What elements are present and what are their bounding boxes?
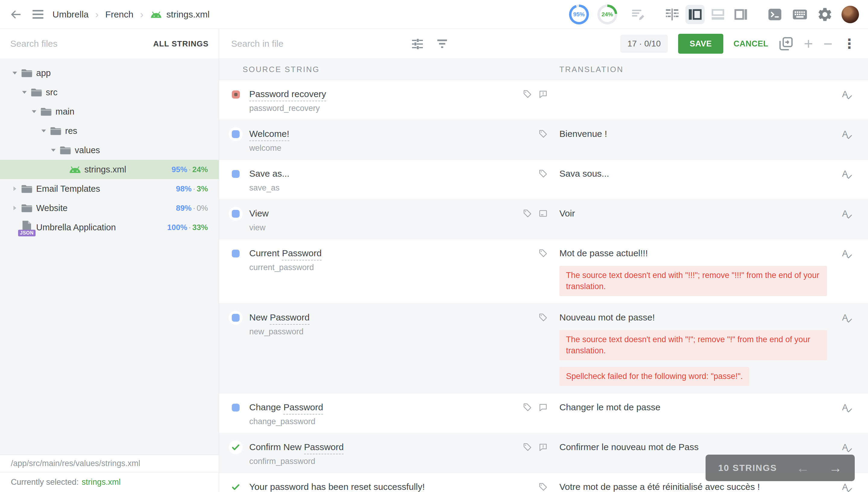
glossary-term: Welcome! bbox=[249, 129, 289, 141]
table-row[interactable]: Save as...save_asSava sous...A bbox=[219, 160, 868, 200]
filter-icon[interactable] bbox=[435, 36, 450, 51]
zoom-in-icon[interactable]: + bbox=[804, 36, 813, 52]
expander-open-icon[interactable] bbox=[31, 108, 37, 115]
tree-item-label: strings.xml bbox=[84, 165, 126, 175]
expander-closed-icon[interactable] bbox=[12, 205, 18, 211]
table-row[interactable]: Change Passwordchange_passwordChanger le… bbox=[219, 393, 868, 433]
tag-icon[interactable] bbox=[538, 313, 548, 322]
avatar[interactable] bbox=[841, 6, 859, 23]
glossary-term: password bbox=[270, 482, 309, 492]
tag-icon[interactable] bbox=[522, 442, 532, 452]
tag-icon[interactable] bbox=[522, 208, 532, 218]
status-untranslated-icon bbox=[232, 404, 239, 412]
tag-icon[interactable] bbox=[522, 89, 532, 99]
status-untranslated-icon bbox=[232, 170, 239, 178]
expander-open-icon[interactable] bbox=[21, 89, 27, 95]
proofread-icon[interactable]: A bbox=[842, 402, 848, 412]
breadcrumb-file[interactable]: strings.xml bbox=[150, 9, 209, 20]
side-by-side-view-icon[interactable] bbox=[685, 5, 705, 24]
edit-notes-icon[interactable] bbox=[630, 6, 646, 23]
tree-item-src[interactable]: src bbox=[0, 82, 219, 102]
menu-icon[interactable] bbox=[32, 10, 43, 19]
tree-item-label: res bbox=[65, 126, 77, 136]
comment-icon[interactable] bbox=[538, 402, 548, 412]
comfortable-view-icon[interactable] bbox=[662, 5, 682, 24]
proofread-icon[interactable]: A bbox=[842, 208, 848, 219]
cancel-button[interactable]: CANCEL bbox=[734, 39, 769, 49]
save-button[interactable]: SAVE bbox=[678, 34, 723, 54]
table-row[interactable]: Password recoverypassword_recoveryA bbox=[219, 80, 868, 120]
bottom-panel-view-icon[interactable] bbox=[708, 5, 727, 24]
keyboard-icon[interactable] bbox=[791, 6, 808, 23]
terminal-icon[interactable] bbox=[767, 6, 783, 23]
search-in-file-input[interactable] bbox=[231, 39, 400, 49]
more-options-icon[interactable]: ⋮ bbox=[843, 37, 856, 50]
next-page-icon[interactable]: → bbox=[829, 461, 842, 474]
table-row[interactable]: Current Passwordcurrent_passwordMot de p… bbox=[219, 239, 868, 303]
tree-item-values[interactable]: values bbox=[0, 141, 219, 160]
zoom-out-icon[interactable]: − bbox=[823, 36, 833, 52]
copy-source-icon[interactable] bbox=[778, 36, 794, 51]
tag-icon[interactable] bbox=[538, 129, 548, 139]
proofread-icon[interactable]: A bbox=[842, 442, 848, 452]
glossary-term: Password recovery bbox=[249, 89, 326, 101]
tree-item-main[interactable]: main bbox=[0, 102, 219, 121]
table-row[interactable]: ViewviewVoirA bbox=[219, 200, 868, 239]
expander-closed-icon[interactable] bbox=[12, 186, 18, 192]
source-string-text: Save as... bbox=[249, 168, 502, 180]
qa-error-message: The source text doesn't end with "!"; re… bbox=[559, 330, 827, 360]
search-files-input[interactable] bbox=[10, 39, 150, 49]
approved-progress-ring[interactable]: 24% bbox=[597, 4, 617, 24]
proofread-icon[interactable]: A bbox=[842, 89, 848, 99]
folder-icon bbox=[59, 145, 72, 155]
tune-filters-icon[interactable] bbox=[410, 36, 425, 51]
tree-item-app[interactable]: app bbox=[0, 63, 219, 82]
table-row[interactable]: New Passwordnew_passwordNouveau mot de p… bbox=[219, 303, 868, 393]
back-icon[interactable] bbox=[9, 8, 22, 21]
file-sidebar: ALL STRINGS appsrcmainresvaluesstrings.x… bbox=[0, 29, 219, 492]
tree-item-website[interactable]: Website89%·0% bbox=[0, 198, 219, 218]
strings-count-label: 10 STRINGS bbox=[718, 463, 777, 473]
tag-icon[interactable] bbox=[522, 402, 532, 412]
tree-item-strings-xml[interactable]: strings.xml95%·24% bbox=[0, 160, 219, 179]
settings-gear-icon[interactable] bbox=[817, 6, 833, 23]
glossary-term: Password bbox=[304, 442, 344, 454]
expander-open-icon[interactable] bbox=[50, 147, 56, 153]
tree-item-label: Umbrella Application bbox=[36, 222, 116, 232]
translated-progress-ring[interactable]: 95% bbox=[569, 4, 589, 24]
source-string-text: New Password bbox=[249, 312, 502, 323]
tree-item-label: Website bbox=[36, 203, 68, 213]
screenshot-icon[interactable] bbox=[538, 208, 548, 218]
source-string-text: View bbox=[249, 207, 502, 219]
breadcrumb-language[interactable]: French bbox=[105, 9, 133, 20]
all-strings-button[interactable]: ALL STRINGS bbox=[153, 39, 209, 49]
proofread-icon[interactable]: A bbox=[842, 169, 848, 179]
table-row[interactable]: Welcome!welcomeBienvenue !A bbox=[219, 120, 868, 160]
string-key: welcome bbox=[249, 144, 502, 153]
proofread-icon[interactable]: A bbox=[842, 313, 848, 323]
expander-open-icon[interactable] bbox=[12, 70, 18, 76]
currently-selected-label: Currently selected: bbox=[11, 477, 79, 487]
previous-page-icon[interactable]: ← bbox=[796, 461, 810, 474]
qa-error-message: Spellcheck failed for the following word… bbox=[559, 367, 749, 386]
proofread-icon[interactable]: A bbox=[842, 482, 848, 492]
string-rows: Password recoverypassword_recoveryAWelco… bbox=[219, 80, 868, 492]
string-key: save_as bbox=[249, 183, 502, 193]
status-approved-icon bbox=[231, 482, 240, 492]
proofread-icon[interactable]: A bbox=[842, 248, 848, 259]
tag-icon[interactable] bbox=[538, 482, 548, 492]
string-key: confirm_password bbox=[249, 457, 502, 466]
breadcrumb-project[interactable]: Umbrella bbox=[52, 9, 88, 20]
string-key: view bbox=[249, 223, 502, 232]
tree-item-res[interactable]: res bbox=[0, 121, 219, 141]
issue-comment-icon[interactable] bbox=[538, 89, 548, 99]
tag-icon[interactable] bbox=[538, 169, 548, 178]
proofread-icon[interactable]: A bbox=[842, 129, 848, 139]
right-panel-view-icon[interactable] bbox=[731, 5, 750, 24]
tag-icon[interactable] bbox=[538, 248, 548, 258]
currently-selected-file-link[interactable]: strings.xml bbox=[82, 477, 121, 487]
issue-comment-icon[interactable] bbox=[538, 442, 548, 452]
expander-open-icon[interactable] bbox=[41, 128, 47, 134]
tree-item-email-templates[interactable]: Email Templates98%·3% bbox=[0, 179, 219, 198]
tree-item-umbrella-application[interactable]: JSONUmbrella Application100%·33% bbox=[0, 218, 219, 237]
